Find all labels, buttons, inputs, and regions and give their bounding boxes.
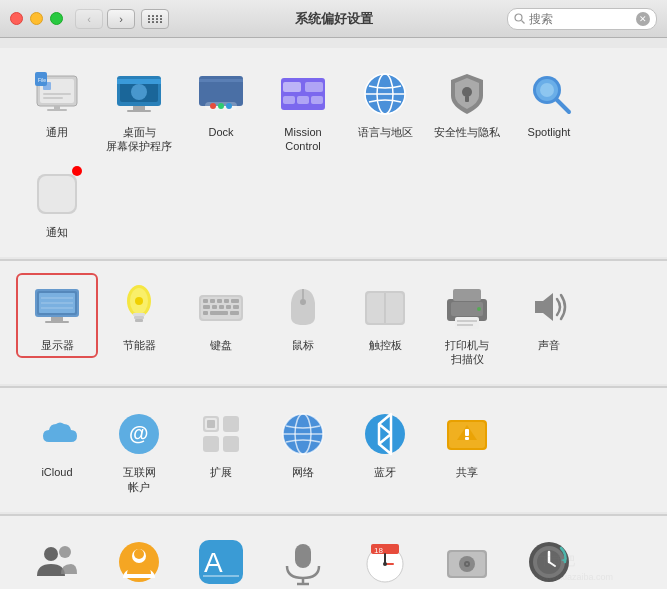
svg-rect-98 <box>465 437 469 440</box>
pref-datetime[interactable]: 18 日期与时间 <box>344 528 426 589</box>
sharing-label: 共享 <box>456 465 478 479</box>
pref-icloud[interactable]: iCloud <box>16 400 98 485</box>
trackpad-label: 触控板 <box>369 338 402 352</box>
svg-rect-58 <box>210 299 215 303</box>
pref-printer[interactable]: 打印机与扫描仪 <box>426 273 508 373</box>
bluetooth-label: 蓝牙 <box>374 465 396 479</box>
hardware-icons: 显示器 节能器 <box>16 273 651 373</box>
pref-language[interactable]: 语言与地区 <box>344 60 426 145</box>
svg-point-54 <box>135 297 143 305</box>
personal-icons: File 通用 桌面与屏幕保护程序 <box>16 60 651 245</box>
svg-text:www.xiazaiba.com: www.xiazaiba.com <box>539 572 613 582</box>
svg-rect-80 <box>457 324 473 326</box>
svg-point-103 <box>134 549 144 559</box>
pref-startup[interactable]: 启动磁盘 <box>426 528 508 589</box>
svg-rect-44 <box>51 317 63 321</box>
pref-parental[interactable]: 家长控制 <box>98 528 180 589</box>
search-clear-button[interactable]: ✕ <box>636 12 650 26</box>
extensions-icon <box>195 408 247 460</box>
pref-energy[interactable]: 节能器 <box>98 273 180 358</box>
svg-rect-40 <box>39 176 75 212</box>
internet-label: 互联网帐户 <box>123 465 156 494</box>
svg-point-81 <box>477 307 481 311</box>
close-button[interactable] <box>10 12 23 25</box>
svg-rect-15 <box>133 106 145 110</box>
pref-desktop[interactable]: 桌面与屏幕保护程序 <box>98 60 180 160</box>
svg-rect-16 <box>127 110 151 112</box>
svg-rect-52 <box>134 316 144 319</box>
minimize-button[interactable] <box>30 12 43 25</box>
grid-view-button[interactable] <box>141 9 169 29</box>
svg-rect-13 <box>117 79 161 84</box>
svg-rect-65 <box>226 305 231 309</box>
search-input[interactable] <box>529 12 629 26</box>
svg-rect-34 <box>465 96 469 102</box>
language-icon <box>359 68 411 120</box>
pref-sharing[interactable]: 共享 <box>426 400 508 485</box>
pref-trackpad[interactable]: 触控板 <box>344 273 426 358</box>
sound-label: 声音 <box>538 338 560 352</box>
datetime-icon: 18 <box>359 536 411 588</box>
maximize-button[interactable] <box>50 12 63 25</box>
back-button[interactable]: ‹ <box>75 9 103 29</box>
svg-rect-66 <box>233 305 239 309</box>
svg-point-99 <box>44 547 58 561</box>
dictation-icon <box>277 536 329 588</box>
svg-text:File: File <box>38 77 46 83</box>
svg-point-22 <box>226 103 232 109</box>
keyboard-label: 键盘 <box>210 338 232 352</box>
icloud-label: iCloud <box>41 465 72 479</box>
svg-rect-67 <box>203 311 208 315</box>
pref-mouse[interactable]: 鼠标 <box>262 273 344 358</box>
svg-rect-86 <box>207 420 215 428</box>
pref-network[interactable]: 网络 <box>262 400 344 485</box>
svg-point-100 <box>59 546 71 558</box>
section-personal: File 通用 桌面与屏幕保护程序 <box>0 48 667 257</box>
pref-general[interactable]: File 通用 <box>16 60 98 145</box>
svg-rect-59 <box>217 299 222 303</box>
mission-label: MissionControl <box>284 125 321 154</box>
pref-dictation[interactable]: 听写与语音 <box>262 528 344 589</box>
pref-notification[interactable]: 通知 <box>16 160 98 245</box>
search-icon <box>514 13 525 24</box>
traffic-lights <box>10 12 63 25</box>
pref-users[interactable]: 用户与群组 <box>16 528 98 589</box>
general-label: 通用 <box>46 125 68 139</box>
pref-security[interactable]: 安全性与隐私 <box>426 60 508 145</box>
printer-label: 打印机与扫描仪 <box>445 338 489 367</box>
svg-rect-64 <box>219 305 224 309</box>
search-box[interactable]: ✕ <box>507 8 657 30</box>
pref-keyboard[interactable]: 键盘 <box>180 273 262 358</box>
printer-icon <box>441 281 493 333</box>
svg-rect-61 <box>231 299 239 303</box>
svg-point-33 <box>462 87 472 97</box>
pref-appstore[interactable]: A App Store <box>180 528 262 589</box>
svg-rect-78 <box>455 317 479 329</box>
pref-dock[interactable]: Dock <box>180 60 262 145</box>
energy-label: 节能器 <box>123 338 156 352</box>
section-internet: iCloud @ 互联网帐户 <box>0 388 667 512</box>
svg-rect-68 <box>210 311 228 315</box>
svg-rect-63 <box>212 305 217 309</box>
dock-label: Dock <box>208 125 233 139</box>
svg-point-0 <box>515 14 522 21</box>
pref-mission[interactable]: MissionControl <box>262 60 344 160</box>
sharing-icon <box>441 408 493 460</box>
pref-bluetooth[interactable]: 蓝牙 <box>344 400 426 485</box>
trackpad-icon <box>359 281 411 333</box>
startup-icon <box>441 536 493 588</box>
pref-sound[interactable]: 声音 <box>508 273 590 358</box>
dock-icon <box>195 68 247 120</box>
forward-button[interactable]: › <box>107 9 135 29</box>
notification-icon <box>31 168 83 220</box>
pref-spotlight[interactable]: Spotlight <box>508 60 590 145</box>
svg-rect-5 <box>43 93 71 95</box>
pref-display[interactable]: 显示器 <box>16 273 98 358</box>
extensions-label: 扩展 <box>210 465 232 479</box>
security-icon <box>441 68 493 120</box>
pref-extensions[interactable]: 扩展 <box>180 400 262 485</box>
pref-internet[interactable]: @ 互联网帐户 <box>98 400 180 500</box>
svg-rect-53 <box>135 319 143 322</box>
desktop-label: 桌面与屏幕保护程序 <box>106 125 172 154</box>
svg-point-115 <box>383 562 387 566</box>
